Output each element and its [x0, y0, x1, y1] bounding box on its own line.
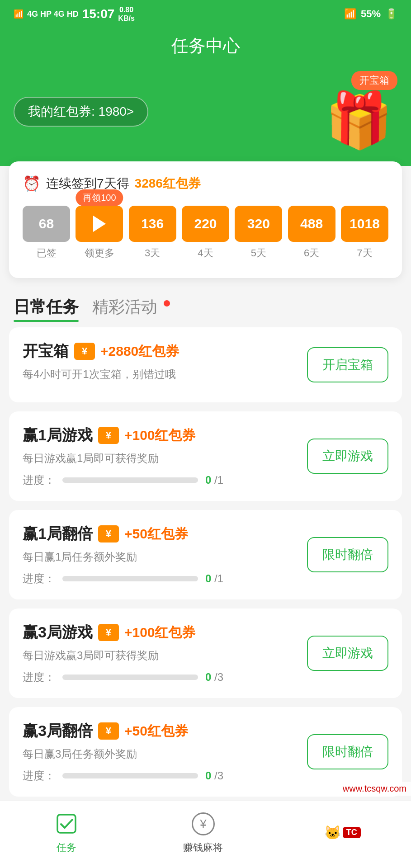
coupon-icon-1 — [74, 343, 95, 360]
task-reward-win1-double: +50红包券 — [124, 525, 188, 543]
page-title: 任务中心 — [171, 36, 240, 55]
open-box-badge[interactable]: 开宝箱 — [351, 71, 397, 90]
banner-section: 我的红包券: 1980> 开宝箱 🎁 — [0, 71, 411, 166]
progress-label-win1: 进度： — [23, 473, 55, 487]
day-item-3: 136 3天 — [129, 206, 176, 260]
day-label-1: 已签 — [37, 246, 57, 260]
task-item-win1-double: 赢1局翻倍 +50红包券 每日赢1局任务额外奖励 进度： 0 /1 限时翻倍 — [9, 510, 402, 599]
play-icon — [93, 216, 106, 232]
task-progress-win1: 进度： 0 /1 — [23, 473, 298, 487]
tab-featured-label: 精彩活动 — [92, 297, 157, 316]
day-value-6: 488 — [300, 216, 323, 231]
tab-section: 日常任务 精彩活动 — [14, 296, 397, 318]
progress-label-win1-double: 进度： — [23, 571, 55, 586]
day-label-2: 领更多 — [85, 246, 114, 260]
progress-text-win1-double: 0 /1 — [205, 572, 223, 585]
task-title-win1-double: 赢1局翻倍 +50红包券 — [23, 524, 298, 544]
task-name-win1: 赢1局游戏 — [23, 425, 93, 446]
status-right: 📶 55% 🔋 — [344, 8, 397, 20]
task-list: 开宝箱 +2880红包券 每4小时可开1次宝箱，别错过哦 开启宝箱 赢1局游戏 … — [0, 327, 411, 797]
day-label-7: 7天 — [357, 246, 372, 260]
task-name-open-box: 开宝箱 — [23, 341, 69, 362]
signal-text: 4G HP 4G HD — [27, 9, 79, 19]
day-badge-7: 1018 — [341, 206, 388, 242]
task-item-open-box: 开宝箱 +2880红包券 每4小时可开1次宝箱，别错过哦 开启宝箱 — [9, 327, 402, 402]
progress-bar-win1 — [62, 477, 198, 483]
double-button-1[interactable]: 限时翻倍 — [307, 537, 388, 572]
day-badge-6: 488 — [288, 206, 335, 242]
signal-icon: 📶 — [14, 9, 24, 19]
progress-sep-win1-double: /1 — [214, 572, 223, 585]
mahjong-nav-label: 赚钱麻将 — [183, 841, 223, 854]
task-reward-open-box: +2880红包券 — [100, 342, 179, 361]
progress-label-win3: 进度： — [23, 670, 55, 684]
task-name-win3: 赢3局游戏 — [23, 622, 93, 643]
day-item-6: 488 6天 — [288, 206, 335, 260]
progress-text-win1: 0 /1 — [205, 474, 223, 486]
progress-text-win3: 0 /3 — [205, 671, 223, 684]
status-left: 📶 4G HP 4G HD 15:07 0.80KB/s — [14, 5, 135, 23]
bottom-navigation: 任务 ¥ 赚钱麻将 🐱 TC — [0, 801, 411, 868]
gift-box-area: 开宝箱 🎁 — [298, 71, 397, 152]
task-info-win3: 赢3局游戏 +100红包券 每日游戏赢3局即可获得奖励 进度： 0 /3 — [23, 622, 298, 684]
tasks-nav-icon — [51, 810, 82, 837]
progress-bar-win3 — [62, 675, 198, 680]
page-header: 任务中心 — [0, 26, 411, 71]
play-game-button-1[interactable]: 立即游戏 — [307, 439, 388, 474]
day-item-5: 320 5天 — [235, 206, 282, 260]
mahjong-icon-svg: ¥ — [191, 811, 216, 836]
coupon-icon-4 — [98, 624, 119, 641]
wifi-icon: 📶 — [344, 8, 356, 20]
signin-days: 68 已签 再领100 领更多 136 3天 220 4天 — [23, 206, 388, 260]
signin-title: ⏰ 连续签到7天得 3286红包券 — [23, 175, 388, 192]
tab-daily-tasks[interactable]: 日常任务 — [14, 296, 79, 318]
task-info-win3-double: 赢3局翻倍 +50红包券 每日赢3局任务额外奖励 进度： 0 /3 — [23, 721, 298, 783]
day-value-1: 68 — [39, 216, 54, 231]
task-info-win1: 赢1局游戏 +100红包券 每日游戏赢1局即可获得奖励 进度： 0 /1 — [23, 425, 298, 487]
claim-more-badge: 再领100 — [76, 189, 123, 206]
task-desc-win1: 每日游戏赢1局即可获得奖励 — [23, 451, 298, 466]
day-badge-5: 320 — [235, 206, 282, 242]
task-desc-win1-double: 每日赢1局任务额外奖励 — [23, 550, 298, 564]
open-box-button[interactable]: 开启宝箱 — [307, 347, 388, 382]
tab-featured-activities[interactable]: 精彩活动 — [92, 296, 170, 318]
speed-display: 0.80KB/s — [118, 5, 134, 23]
day-item-2[interactable]: 再领100 领更多 — [76, 206, 123, 260]
progress-label-win3-double: 进度： — [23, 769, 55, 783]
task-desc-win3-double: 每日赢3局任务额外奖励 — [23, 747, 298, 761]
task-name-win1-double: 赢1局翻倍 — [23, 524, 93, 544]
tasks-icon-svg — [55, 812, 78, 835]
day-value-4: 220 — [194, 216, 217, 231]
nav-item-community[interactable]: 🐱 TC — [324, 819, 360, 846]
community-nav-icon: 🐱 TC — [324, 819, 360, 846]
nav-item-mahjong[interactable]: ¥ 赚钱麻将 — [183, 810, 223, 854]
svg-text:¥: ¥ — [199, 817, 207, 830]
progress-current-win3-double: 0 — [205, 769, 211, 782]
red-coupon-button[interactable]: 我的红包券: 1980> — [14, 97, 148, 127]
task-item-win1: 赢1局游戏 +100红包券 每日游戏赢1局即可获得奖励 进度： 0 /1 立即游… — [9, 411, 402, 501]
tab-notification-dot — [164, 300, 170, 307]
task-progress-win3-double: 进度： 0 /3 — [23, 769, 298, 783]
task-title-win3-double: 赢3局翻倍 +50红包券 — [23, 721, 298, 741]
gift-icon: 🎁 — [325, 89, 393, 152]
task-info-open-box: 开宝箱 +2880红包券 每4小时可开1次宝箱，别错过哦 — [23, 341, 298, 389]
progress-sep-win1: /1 — [214, 474, 223, 486]
day-value-3: 136 — [141, 216, 164, 231]
progress-bar-win1-double — [62, 576, 198, 581]
battery-text: 55% — [361, 8, 381, 20]
play-game-button-3[interactable]: 立即游戏 — [307, 636, 388, 671]
task-desc-win3: 每日游戏赢3局即可获得奖励 — [23, 648, 298, 663]
task-progress-win3: 进度： 0 /3 — [23, 670, 298, 684]
nav-item-tasks[interactable]: 任务 — [51, 810, 82, 854]
task-desc-open-box: 每4小时可开1次宝箱，别错过哦 — [23, 367, 298, 382]
task-title-win1: 赢1局游戏 +100红包券 — [23, 425, 298, 446]
day-badge-4: 220 — [182, 206, 229, 242]
day-badge-2[interactable] — [76, 206, 123, 242]
day-label-3: 3天 — [145, 246, 160, 260]
coupon-icon-5 — [98, 722, 119, 740]
day-value-5: 320 — [247, 216, 270, 231]
task-reward-win3: +100红包券 — [124, 623, 196, 642]
double-button-3[interactable]: 限时翻倍 — [307, 734, 388, 769]
signin-card: ⏰ 连续签到7天得 3286红包券 68 已签 再领100 领更多 136 3天 — [9, 161, 402, 278]
day-label-4: 4天 — [198, 246, 213, 260]
